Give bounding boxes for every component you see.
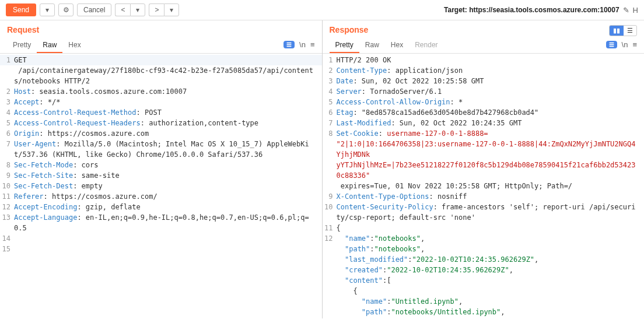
code-line[interactable]: 4Server: TornadoServer/6.1	[323, 86, 645, 97]
layout-toggle[interactable]: ▮▮ ☰	[609, 25, 637, 36]
code-line[interactable]: "name":"Untitled.ipynb",	[323, 296, 645, 307]
response-tab-hex[interactable]: Hex	[385, 38, 409, 53]
request-inspector-icon[interactable]: ☰	[284, 41, 295, 48]
response-tab-raw[interactable]: Raw	[359, 38, 385, 53]
code-line[interactable]: 8Set-Cookie: username-127-0-0-1-8888=	[323, 128, 645, 139]
next-group: > ▾	[149, 3, 179, 16]
response-title: Response	[330, 25, 603, 34]
response-tab-render[interactable]: Render	[409, 38, 443, 53]
gear-icon: ⚙	[63, 6, 69, 14]
code-line[interactable]: {	[323, 286, 645, 296]
code-line[interactable]: 3Date: Sun, 02 Oct 2022 10:25:58 GMT	[323, 76, 645, 86]
next-dropdown[interactable]: ▾	[164, 3, 179, 16]
code-line[interactable]: 6Etag: "8ed8578ca15ad6e63d0540be8d7b4279…	[323, 107, 645, 118]
code-line[interactable]: "created":"2022-10-02T10:24:35.962629Z",	[323, 265, 645, 275]
code-line[interactable]: 11{	[323, 223, 645, 233]
code-line[interactable]: "path":"notebooks/Untitled.ipynb",	[323, 307, 645, 317]
code-line[interactable]: 7User-Agent: Mozilla/5.0 (Macintosh; Int…	[0, 139, 322, 160]
prev-group: < ▾	[115, 3, 145, 16]
response-inspector-icon[interactable]: ☰	[606, 41, 617, 48]
code-line[interactable]: 13Accept-Language: en-IL,en;q=0.9,he-IL;…	[0, 212, 322, 233]
request-title: Request	[7, 25, 315, 34]
response-newline-icon[interactable]: \n	[622, 40, 628, 49]
code-line[interactable]: 15	[0, 244, 322, 254]
code-line[interactable]: "content":[	[323, 275, 645, 286]
settings-button[interactable]: ⚙	[58, 3, 74, 16]
send-dropdown-button[interactable]: ▾	[40, 3, 55, 16]
code-line[interactable]: expires=Tue, 01 Nov 2022 10:25:58 GMT; H…	[323, 181, 645, 191]
code-line[interactable]: 12 "name":"notebooks",	[323, 233, 645, 244]
response-tab-pretty[interactable]: Pretty	[330, 38, 359, 53]
code-line[interactable]: 1HTTP/2 200 OK	[323, 55, 645, 65]
prev-button[interactable]: <	[115, 3, 130, 16]
code-line[interactable]: 7Last-Modified: Sun, 02 Oct 2022 10:24:3…	[323, 118, 645, 128]
code-line[interactable]: 11Referer: https://cosmos.azure.com/	[0, 191, 322, 202]
code-line[interactable]: 2Content-Type: application/json	[323, 65, 645, 76]
layout-rows-icon[interactable]: ☰	[624, 26, 636, 36]
code-line[interactable]: "last_modified":"2022-10-02T10:24:35.962…	[323, 254, 645, 265]
http-version-label: H	[633, 6, 638, 15]
code-line[interactable]: 10Sec-Fetch-Dest: empty	[0, 181, 322, 191]
code-line[interactable]: 5Access-Control-Request-Headers: authori…	[0, 118, 322, 128]
edit-target-icon[interactable]: ✎	[623, 6, 629, 15]
code-line[interactable]: 3Accept: */*	[0, 97, 322, 107]
code-line[interactable]: 4Access-Control-Request-Method: POST	[0, 107, 322, 118]
code-line[interactable]: 2Host: seasia.tools.cosmos.azure.com:100…	[0, 86, 322, 97]
response-viewer[interactable]: 1HTTP/2 200 OK2Content-Type: application…	[323, 54, 645, 318]
code-line[interactable]: 9X-Content-Type-Options: nosniff	[323, 191, 645, 202]
code-line[interactable]: /api/containergateway/27f180bc-cf93-4c42…	[0, 65, 322, 86]
send-button[interactable]: Send	[6, 3, 36, 16]
response-menu-icon[interactable]: ≡	[632, 40, 637, 49]
layout-columns-icon[interactable]: ▮▮	[610, 26, 624, 36]
code-line[interactable]: 6Origin: https://cosmos.azure.com	[0, 128, 322, 139]
code-line[interactable]: 5Access-Control-Allow-Origin: *	[323, 97, 645, 107]
cancel-button[interactable]: Cancel	[77, 3, 111, 16]
code-line[interactable]: 12Accept-Encoding: gzip, deflate	[0, 202, 322, 212]
code-line[interactable]: yYTJhNjlhMzE=|7b23ee51218227f0120f8c5b12…	[323, 160, 645, 181]
request-menu-icon[interactable]: ≡	[310, 40, 315, 49]
code-line[interactable]: "2|1:0|10:1664706358|23:username-127-0-0…	[323, 139, 645, 160]
code-line[interactable]: "last_modified":"2022-10-02T10:24:35.942…	[323, 317, 645, 318]
target-label: Target: https://seasia.tools.cosmos.azur…	[444, 6, 620, 14]
request-editor[interactable]: 1GET /api/containergateway/27f180bc-cf93…	[0, 54, 322, 318]
request-tab-hex[interactable]: Hex	[62, 38, 86, 53]
request-tab-pretty[interactable]: Pretty	[7, 38, 37, 53]
request-panel: Request Pretty Raw Hex ☰ \n ≡ 1GET /api/…	[0, 20, 323, 318]
code-line[interactable]: 9Sec-Fetch-Site: same-site	[0, 170, 322, 181]
code-line[interactable]: 8Sec-Fetch-Mode: cors	[0, 160, 322, 170]
prev-dropdown[interactable]: ▾	[130, 3, 145, 16]
code-line[interactable]: 14	[0, 233, 322, 244]
code-line[interactable]: 1GET	[0, 55, 322, 65]
request-tab-raw[interactable]: Raw	[37, 38, 62, 53]
response-panel: Response ▮▮ ☰ Pretty Raw Hex Render ☰ \n…	[323, 20, 645, 318]
code-line[interactable]: 10Content-Security-Policy: frame-ancesto…	[323, 202, 645, 223]
code-line[interactable]: "path":"notebooks",	[323, 244, 645, 254]
top-toolbar: Send ▾ ⚙ Cancel < ▾ > ▾ Target: https://…	[0, 0, 644, 20]
request-newline-icon[interactable]: \n	[299, 40, 306, 49]
next-button[interactable]: >	[149, 3, 164, 16]
